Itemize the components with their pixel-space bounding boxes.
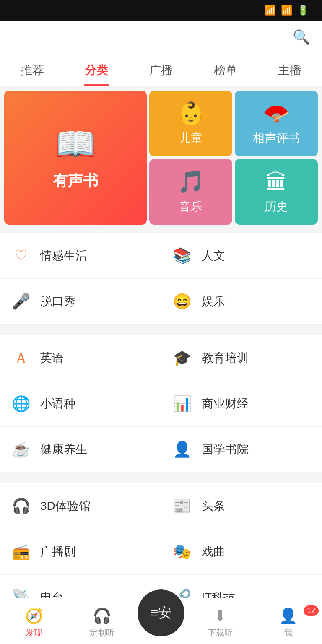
download-nav-label: 下载听 [208,627,233,639]
me-nav-icon: 👤 [279,607,298,625]
cat-small-儿童[interactable]: 👶儿童 [149,91,232,156]
qinggan-label: 情感生活 [40,248,87,264]
jiaoyu-label: 教育培训 [202,350,249,366]
list-section: ♡ 情感生活 📚 人文 🎤 脱口秀 😄 娱乐 [0,233,322,325]
list-row: 📻 广播剧 🎭 戏曲 [0,529,322,575]
discover-nav-label: 发现 [26,627,42,639]
nav-center-player[interactable]: ≡安 [136,588,186,638]
cat-label-1: 相声评书 [253,130,300,146]
yingyu-icon: Ａ [10,347,32,369]
tab-anchor[interactable]: 主播 [257,53,322,86]
nav-me[interactable]: 👤 我 12 [254,604,322,639]
main-tabs: 推荐分类广播榜单主播 [0,53,322,86]
qinggan-icon: ♡ [10,245,32,267]
list-item-guangboju[interactable]: 📻 广播剧 [0,529,161,574]
header: 🔍 [0,21,322,53]
yule-label: 娱乐 [202,293,225,309]
cat-right-group: 👶儿童🪭相声评书🎵音乐🏛历史 [149,91,318,225]
tab-category[interactable]: 分类 [65,53,129,86]
list-separator [0,473,322,479]
tuokouxiu-icon: 🎤 [10,291,32,312]
nav-discover[interactable]: 🧭 发现 [0,604,68,639]
download-nav-icon: ⬇ [214,607,226,625]
shangye-icon: 📊 [171,393,193,415]
list-item-qinggan[interactable]: ♡ 情感生活 [0,233,161,278]
list-item-yingyu[interactable]: Ａ 英语 [0,335,161,381]
list-item-jiaoyu[interactable]: 🎓 教育培训 [161,335,322,381]
xiaoyuzhong-icon: 🌐 [10,393,32,415]
shangye-label: 商业财经 [202,396,249,412]
custom-nav-label: 定制听 [89,627,114,639]
cat-small-相声评书[interactable]: 🪭相声评书 [235,91,318,156]
list-item-vr[interactable]: 🎧 3D体验馆 [0,483,161,529]
tab-recommend[interactable]: 推荐 [0,53,65,86]
cat-label-2: 音乐 [179,199,203,215]
renwen-label: 人文 [202,248,225,264]
list-item-toutiao[interactable]: 📰 头条 [161,483,322,529]
list-item-shangye[interactable]: 📊 商业财经 [161,381,322,426]
guoxue-label: 国学书院 [202,441,249,457]
status-bar: 📶 📶 🔋 [0,0,322,21]
yule-icon: 😄 [171,291,193,312]
renwen-icon: 📚 [171,245,193,267]
list-row: 🎤 脱口秀 😄 娱乐 [0,279,322,325]
cat-icon-1: 🪭 [263,101,290,126]
nav-custom[interactable]: 🎧 定制听 [68,604,136,639]
list-row: ♡ 情感生活 📚 人文 [0,233,322,279]
vr-icon: 🎧 [10,495,32,517]
category-grid: 📖有声书👶儿童🪭相声评书🎵音乐🏛历史 [0,86,322,229]
toutiao-icon: 📰 [171,495,193,517]
list-row: ☕ 健康养生 👤 国学书院 [0,427,322,473]
cat-small-音乐[interactable]: 🎵音乐 [149,159,232,225]
list-item-tuokouxiu[interactable]: 🎤 脱口秀 [0,279,161,324]
xiaoyuzhong-label: 小语种 [40,396,75,412]
me-nav-label: 我 [284,627,292,639]
search-button[interactable]: 🔍 [293,29,310,45]
nav-download[interactable]: ⬇ 下载听 [186,604,254,639]
xiqu-label: 戏曲 [202,544,225,560]
cat-small-历史[interactable]: 🏛历史 [235,159,318,225]
guangboju-icon: 📻 [10,541,32,563]
list-row: 🌐 小语种 📊 商业财经 [0,381,322,427]
list-item-guoxue[interactable]: 👤 国学书院 [161,427,322,472]
guoxue-icon: 👤 [171,439,193,460]
guangboju-label: 广播剧 [40,544,75,560]
cat-icon-3: 🏛 [265,169,287,195]
list-item-jiankang[interactable]: ☕ 健康养生 [0,427,161,472]
tuokouxiu-label: 脱口秀 [40,293,75,309]
xiqu-icon: 🎭 [171,541,193,563]
list-separator [0,325,322,331]
audiobook-label: 有声书 [53,171,98,191]
cat-icon-2: 🎵 [177,169,205,195]
list-row: 🎧 3D体验馆 📰 头条 [0,483,322,529]
discover-nav-icon: 🧭 [25,607,44,625]
list-item-xiaoyuzhong[interactable]: 🌐 小语种 [0,381,161,426]
list-item-renwen[interactable]: 📚 人文 [161,233,322,278]
jiankang-label: 健康养生 [40,441,87,457]
list-row: Ａ 英语 🎓 教育培训 [0,335,322,381]
list-item-yule[interactable]: 😄 娱乐 [161,279,322,324]
bottom-nav: 🧭 发现 🎧 定制听 ≡安 ⬇ 下载听 👤 我 12 [0,598,322,644]
jiaoyu-icon: 🎓 [171,347,193,369]
vr-label: 3D体验馆 [40,498,91,514]
custom-nav-icon: 🎧 [93,607,112,625]
battery-icon: 🔋 [297,5,309,16]
cat-label-0: 儿童 [179,130,203,146]
nav-center-inner: ≡安 [138,589,184,636]
list-item-xiqu[interactable]: 🎭 戏曲 [161,529,322,574]
yingyu-label: 英语 [40,350,64,366]
tab-rank[interactable]: 榜单 [193,53,258,86]
tab-radio[interactable]: 广播 [129,53,193,86]
cat-label-3: 历史 [265,199,288,215]
me-badge: 12 [304,605,319,616]
wifi-icon: 📶 [265,5,276,16]
list-section: Ａ 英语 🎓 教育培训 🌐 小语种 📊 商业财经 ☕ 健康养生 👤 国学书院 [0,335,322,473]
signal-icon: 📶 [281,5,292,16]
cat-icon-0: 👶 [177,101,205,126]
toutiao-label: 头条 [202,498,225,514]
cat-large-audiobook[interactable]: 📖有声书 [4,91,147,225]
jiankang-icon: ☕ [10,439,32,460]
audiobook-icon: 📖 [55,125,96,164]
